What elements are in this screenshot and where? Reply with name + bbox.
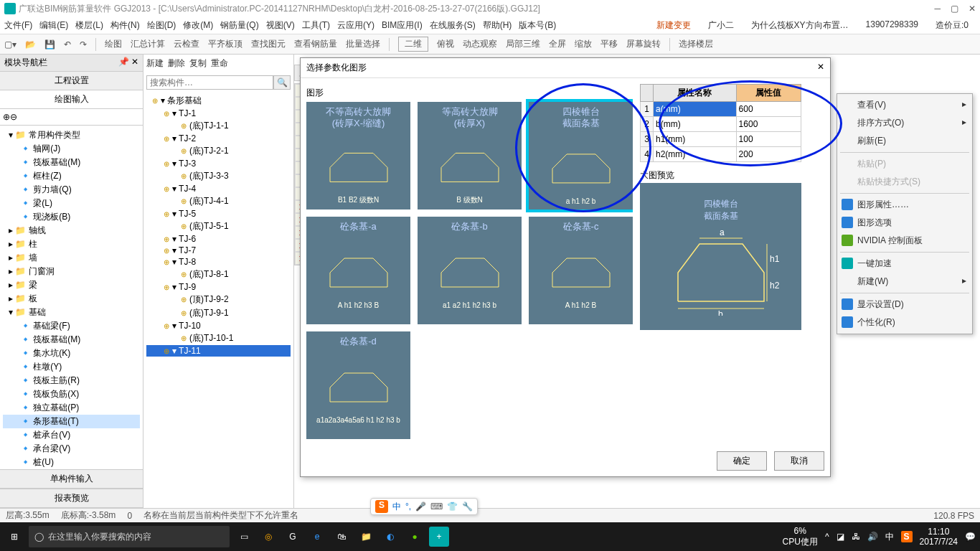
property-row[interactable]: 1a(mm)600 [641,102,801,117]
ime-keyboard-icon[interactable]: ⌨ [430,501,443,512]
cancel-button[interactable]: 取消 [774,451,824,471]
nav-item[interactable]: 🔹 柱墩(Y) [3,360,140,374]
tool-orbit[interactable]: 动态观察 [463,38,497,50]
tray-volume-icon[interactable]: 🔊 [867,532,878,542]
tip-link[interactable]: 为什么筏板XY方向布置… [751,19,849,32]
shape-thumbnail[interactable]: 等高砖大放脚(砖厚X)B 级数N [418,102,522,209]
component-item[interactable]: (顶)TJ-9-2 [146,293,291,306]
tray-network-icon[interactable]: 🖧 [852,532,860,542]
account-id[interactable]: 13907298339 [866,19,918,32]
tool-selfloor[interactable]: 选择楼层 [679,38,713,50]
shape-thumbnail[interactable]: 砼条基-aA h1 h2 h3 B [306,217,410,324]
ctx-item[interactable]: 刷新(E) [839,132,971,150]
tray-ime[interactable]: 中 [885,531,894,543]
nav-item[interactable]: ▸ 📁 墙 [3,251,140,265]
tray-time[interactable]: 11:10 [920,527,958,537]
tool-2d[interactable]: 二维 [398,37,428,52]
nav-expand-icon[interactable]: ⊕⊖ [3,112,17,122]
task-edge-icon[interactable]: e [307,527,327,547]
menu-draw[interactable]: 绘图(D) [147,19,176,32]
assistant-button[interactable]: 广小二 [708,19,734,32]
component-item[interactable]: ▾ TJ-8 [146,256,291,268]
task-app-1[interactable]: ◎ [258,527,278,547]
mid-del[interactable]: 删除 [168,57,185,70]
shape-thumbnail[interactable]: 砼条基-cA h1 h2 B [529,217,633,324]
task-app-5[interactable]: + [429,527,449,547]
tool-draw[interactable]: 绘图 [105,38,122,50]
component-item[interactable]: ▾ TJ-10 [146,320,291,331]
component-item[interactable]: ▾ TJ-2 [146,133,291,144]
task-explorer-icon[interactable]: 📁 [356,527,376,547]
ctx-item[interactable]: 查看(V) [839,96,971,114]
tool-sum[interactable]: 汇总计算 [131,38,165,50]
dialog-close-icon[interactable]: ✕ [817,62,824,74]
nav-item[interactable]: 🔹 基础梁(F) [3,319,140,333]
nav-item[interactable]: 🔹 剪力墙(Q) [3,183,140,197]
menu-edit[interactable]: 编辑(E) [39,19,68,32]
tool-rotate[interactable]: 屏幕旋转 [626,38,661,50]
component-item[interactable]: ▾ TJ-4 [146,183,291,194]
nav-tab-project[interactable]: 工程设置 [0,72,143,90]
nav-item[interactable]: ▾ 📁 基础 [3,306,140,319]
component-item[interactable]: (底)TJ-3-3 [146,169,291,183]
component-item[interactable]: ▾ TJ-11 [146,345,291,357]
component-item[interactable]: ▾ 条形基础 [146,94,291,108]
component-item[interactable]: ▾ TJ-6 [146,233,291,245]
nav-item[interactable]: 🔹 筏板基础(M) [3,333,140,347]
ctx-item[interactable]: 图形属性…… [839,196,971,214]
new-change-button[interactable]: 新建变更 [656,19,691,32]
tool-batchsel[interactable]: 批量选择 [346,38,380,50]
shape-thumbnail[interactable]: 四棱锥台截面条基a h1 h2 b [529,102,633,209]
component-item[interactable]: ▾ TJ-7 [146,245,291,256]
nav-item[interactable]: 🔹 框柱(Z) [3,169,140,183]
start-button[interactable]: ⊞ [4,527,24,547]
mid-new[interactable]: 新建 [146,57,164,70]
tool-top[interactable]: 俯视 [437,38,454,50]
nav-tab-draw[interactable]: 绘图输入 [0,90,143,109]
tray-nvidia-icon[interactable]: ◪ [837,532,844,542]
ctx-item[interactable]: 个性化(R) [839,314,971,331]
tool-redo-icon[interactable]: ↷ [80,39,87,50]
component-item[interactable]: (底)TJ-8-1 [146,268,291,281]
search-input[interactable] [146,75,273,90]
menu-component[interactable]: 构件(N) [110,19,140,32]
nav-item[interactable]: 🔹 承台梁(V) [3,442,140,456]
nav-pin-icon[interactable]: 📌 ✕ [118,57,138,69]
component-item[interactable]: (底)TJ-1-1 [146,119,291,133]
tool-save-icon[interactable]: 💾 [44,39,55,50]
nav-item[interactable]: 🔹 筏板主筋(R) [3,374,140,387]
ime-toolbar[interactable]: S 中 °, 🎤 ⌨ 👕 🔧 [370,498,478,515]
mid-copy[interactable]: 复制 [189,57,207,70]
component-item[interactable]: ▾ TJ-1 [146,108,291,119]
menu-rebar[interactable]: 钢筋量(Q) [220,19,258,32]
nav-tab-single[interactable]: 单构件输入 [0,469,143,489]
nav-item[interactable]: 🔹 轴网(J) [3,142,140,156]
property-row[interactable]: 4h2(mm)200 [641,147,801,162]
task-app-2[interactable]: G [283,527,303,547]
nav-item[interactable]: 🔹 筏板负筋(X) [3,387,140,401]
nav-item[interactable]: 🔹 桩(U) [3,456,140,469]
nav-item[interactable]: 🔹 梁(L) [3,197,140,210]
component-item[interactable]: (底)TJ-5-1 [146,220,291,233]
nav-item[interactable]: ▸ 📁 门窗洞 [3,265,140,278]
ctx-item[interactable]: 一键加速 [839,255,971,273]
ime-punct-icon[interactable]: °, [405,501,411,512]
tool-pan[interactable]: 平移 [600,38,618,50]
tool-full[interactable]: 全屏 [549,38,566,50]
component-item[interactable]: ▾ TJ-5 [146,208,291,220]
menu-bim[interactable]: BIM应用(I) [382,19,423,32]
ime-skin-icon[interactable]: 👕 [447,501,458,512]
tray-notifications-icon[interactable]: 💬 [965,532,976,542]
task-app-3[interactable]: ◐ [380,527,400,547]
menu-floor[interactable]: 楼层(L) [75,19,103,32]
ctx-item[interactable]: 新建(W) [839,273,971,291]
ctx-item[interactable]: 排序方式(O) [839,114,971,132]
nav-item[interactable]: ▸ 📁 板 [3,292,140,306]
property-row[interactable]: 3h1(mm)100 [641,132,801,147]
nav-item[interactable]: 🔹 条形基础(T) [3,415,140,428]
nav-item[interactable]: 🔹 桩承台(V) [3,428,140,442]
menu-help[interactable]: 帮助(H) [483,19,512,32]
taskview-icon[interactable]: ▭ [234,527,254,547]
nav-item[interactable]: 🔹 集水坑(K) [3,347,140,360]
tray-sogou-icon[interactable]: S [901,531,913,542]
